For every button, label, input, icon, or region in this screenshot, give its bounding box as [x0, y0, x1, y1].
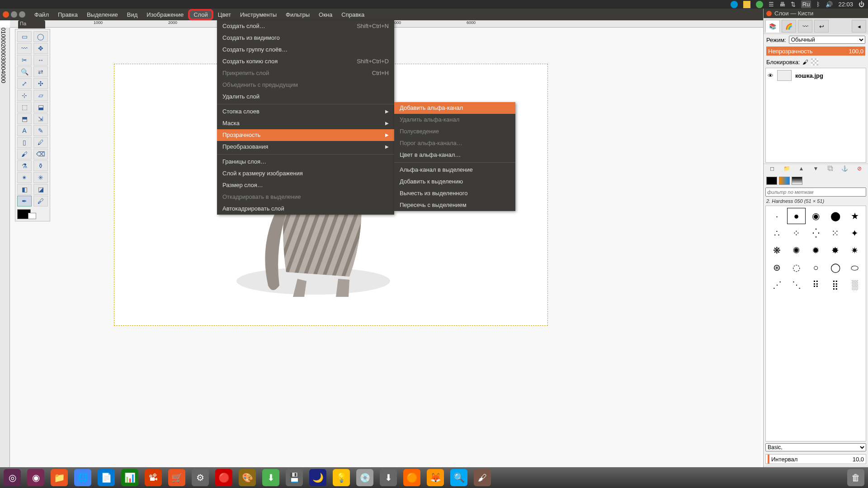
brush-preset[interactable]: ★ — [845, 208, 864, 224]
dock-app-10[interactable]: 🎨 — [239, 469, 256, 486]
layer-thumbnail[interactable] — [777, 70, 792, 81]
lower-layer-button[interactable]: ▼ — [811, 165, 820, 174]
menu-окна[interactable]: Окна — [314, 10, 337, 19]
menu-item[interactable]: Пересечь с выделением — [394, 199, 515, 211]
tool-4[interactable]: ✂ — [17, 55, 32, 66]
power-icon[interactable]: ⏻ — [859, 1, 864, 8]
brush-preset[interactable]: ⬤ — [826, 208, 844, 224]
brush-preset[interactable]: ◌ — [787, 259, 806, 276]
brush-preset[interactable]: ⠿ — [807, 277, 825, 293]
brush-preset[interactable]: ◯ — [826, 259, 844, 276]
tool-11[interactable]: ▱ — [33, 90, 48, 101]
menu-инструменты[interactable]: Инструменты — [236, 10, 281, 19]
menu-выделение[interactable]: Выделение — [82, 10, 123, 19]
brush-preset[interactable]: ✺ — [787, 242, 806, 258]
menu-слой[interactable]: Слой — [188, 9, 213, 20]
dock-app-19[interactable]: 🔍 — [450, 469, 467, 486]
brush-preset[interactable]: ✷ — [845, 242, 864, 258]
brush-preset[interactable]: · — [768, 208, 786, 224]
menu-цвет[interactable]: Цвет — [213, 10, 236, 19]
eye-icon[interactable]: 👁 — [768, 72, 774, 79]
menu-изображение[interactable]: Изображение — [142, 10, 188, 19]
tool-19[interactable]: 🖊 — [33, 137, 48, 148]
tool-25[interactable]: ✳ — [33, 172, 48, 183]
menu-правка[interactable]: Правка — [53, 10, 82, 19]
tool-3[interactable]: ✥ — [33, 43, 48, 54]
brush-preset[interactable]: ❋ — [768, 242, 786, 258]
menu-item[interactable]: Создать группу слоёв… — [217, 44, 394, 56]
tool-16[interactable]: A — [17, 125, 32, 136]
menu-вид[interactable]: Вид — [123, 10, 142, 19]
brush-preset[interactable]: ⋰ — [768, 277, 786, 293]
brush-preset[interactable]: ⁙ — [826, 225, 844, 241]
tool-1[interactable]: ◯ — [33, 31, 48, 42]
bluetooth-icon[interactable]: ᛒ — [816, 1, 820, 8]
undo-tab[interactable]: ↩ — [814, 20, 829, 33]
brush-preset[interactable]: ○ — [807, 259, 825, 276]
layer-name[interactable]: кошка.jpg — [795, 72, 823, 79]
background-color[interactable] — [28, 213, 36, 219]
menu-item[interactable]: Автокадрировать слой — [217, 203, 394, 215]
tool-28[interactable]: ✒ — [17, 196, 32, 206]
brush-preset[interactable]: ◉ — [807, 208, 825, 224]
menu-item[interactable]: Альфа-канал в выделение — [394, 164, 515, 176]
opacity-slider[interactable]: Непрозрачность100,0 — [766, 47, 865, 56]
dock-app-7[interactable]: 🛒 — [168, 469, 185, 486]
brush-preset[interactable]: ⊛ — [768, 259, 786, 276]
brush-preset[interactable]: ✸ — [826, 242, 844, 258]
maximize-button[interactable] — [19, 11, 25, 18]
menu-icon[interactable]: ☰ — [769, 1, 774, 8]
panel-close-button[interactable] — [766, 11, 772, 16]
paths-tab[interactable]: 〰 — [798, 20, 812, 33]
menu-item[interactable]: Размер слоя… — [217, 179, 394, 191]
brush-preset[interactable]: ⬭ — [845, 259, 864, 276]
tool-7[interactable]: ⇄ — [33, 66, 48, 77]
layer-list[interactable]: 👁 кошка.jpg — [765, 68, 866, 163]
layers-tab[interactable]: 📚 — [765, 20, 780, 33]
brush-preset[interactable]: ⣿ — [826, 277, 844, 293]
blend-mode-select[interactable]: Обычный — [789, 36, 865, 44]
menu-item[interactable]: Цвет в альфа-канал… — [394, 149, 515, 161]
menu-item[interactable]: Стопка слоев▶ — [217, 106, 394, 117]
brush-interval-slider[interactable]: Интервал 10,0 — [765, 454, 866, 464]
lang-indicator[interactable]: Ru — [801, 0, 811, 8]
close-button[interactable] — [3, 11, 9, 18]
lock-pixels-icon[interactable]: 🖌 — [802, 59, 808, 66]
dock-app-6[interactable]: 📽 — [145, 469, 162, 486]
tool-23[interactable]: ⚱ — [33, 160, 48, 171]
dock-app-11[interactable]: ⬇ — [262, 469, 279, 486]
clock[interactable]: 22:03 — [838, 1, 853, 8]
brush-preset[interactable]: ⁛ — [807, 225, 825, 241]
dock-app-4[interactable]: 📄 — [98, 469, 115, 486]
menu-item[interactable]: Создать слой…Shift+Ctrl+N — [217, 20, 394, 32]
brush-filter-input[interactable] — [765, 188, 866, 197]
menu-item[interactable]: Границы слоя… — [217, 156, 394, 168]
brush-swatch-1[interactable] — [766, 177, 777, 185]
dock-app-12[interactable]: 💾 — [286, 469, 303, 486]
dock-app-17[interactable]: 🟠 — [403, 469, 420, 486]
dock-app-0[interactable]: ◎ — [4, 469, 21, 486]
brush-preset[interactable]: ░ — [845, 277, 864, 293]
duplicate-layer-button[interactable]: ⿻ — [826, 165, 835, 174]
delete-layer-button[interactable]: ⊘ — [855, 165, 863, 174]
tool-20[interactable]: 🖌 — [17, 149, 32, 160]
tool-14[interactable]: ⬒ — [17, 113, 32, 124]
dock-app-13[interactable]: 🌙 — [309, 469, 326, 486]
dock-app-16[interactable]: ⬇ — [380, 469, 397, 486]
dock-app-20[interactable]: 🖌 — [474, 469, 491, 486]
raise-layer-button[interactable]: ▲ — [797, 165, 805, 174]
brush-swatch-3[interactable] — [792, 177, 802, 185]
anchor-layer-button[interactable]: ⚓ — [841, 165, 849, 174]
lock-alpha-icon[interactable] — [811, 58, 818, 66]
tool-24[interactable]: ✴ — [17, 172, 32, 183]
dock-app-14[interactable]: 💡 — [333, 469, 350, 486]
volume-icon[interactable]: 🔊 — [826, 1, 833, 8]
dock-app-2[interactable]: 📁 — [51, 469, 68, 486]
brush-preset[interactable]: ✹ — [807, 242, 825, 258]
menu-фильтры[interactable]: Фильтры — [281, 10, 314, 19]
layer-row[interactable]: 👁 кошка.jpg — [766, 68, 866, 83]
dock-app-15[interactable]: 💿 — [356, 469, 373, 486]
brush-preset[interactable]: ⋱ — [787, 277, 806, 293]
dock-app-22[interactable]: 🗑 — [847, 469, 864, 486]
brush-preset[interactable]: ● — [787, 208, 806, 224]
